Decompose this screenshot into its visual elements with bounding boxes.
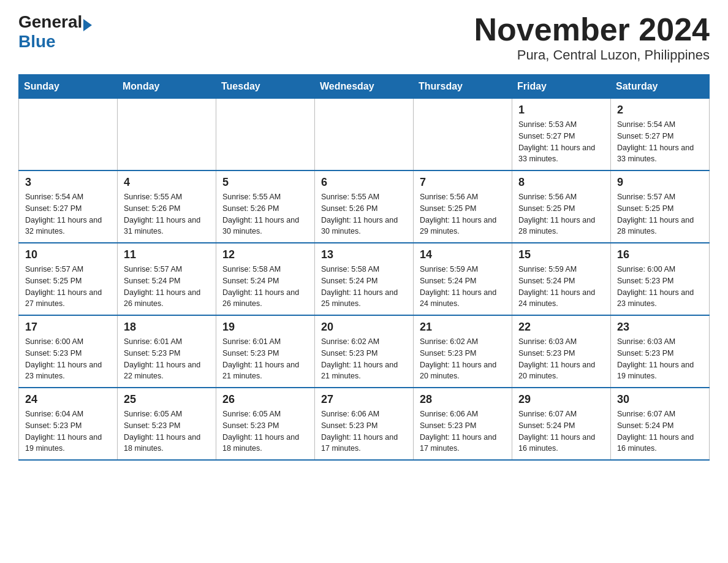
calendar-header-cell: Thursday <box>414 75 512 99</box>
day-number: 29 <box>518 393 604 406</box>
day-number: 11 <box>124 248 210 261</box>
calendar-day-cell <box>315 99 414 171</box>
day-info: Sunrise: 6:01 AMSunset: 5:23 PMDaylight:… <box>124 336 210 382</box>
day-number: 4 <box>124 176 210 189</box>
calendar-day-cell: 19Sunrise: 6:01 AMSunset: 5:23 PMDayligh… <box>216 315 315 388</box>
calendar-day-cell: 27Sunrise: 6:06 AMSunset: 5:23 PMDayligh… <box>315 388 414 460</box>
day-info: Sunrise: 6:04 AMSunset: 5:23 PMDaylight:… <box>25 408 111 454</box>
calendar-day-cell: 5Sunrise: 5:55 AMSunset: 5:26 PMDaylight… <box>216 170 315 243</box>
calendar-day-cell: 15Sunrise: 5:59 AMSunset: 5:24 PMDayligh… <box>512 243 611 315</box>
calendar-day-cell: 4Sunrise: 5:55 AMSunset: 5:26 PMDaylight… <box>118 170 216 243</box>
day-number: 5 <box>222 176 308 189</box>
calendar-day-cell: 22Sunrise: 6:03 AMSunset: 5:23 PMDayligh… <box>512 315 611 388</box>
day-number: 13 <box>321 248 407 261</box>
day-number: 20 <box>321 321 407 334</box>
day-info: Sunrise: 5:56 AMSunset: 5:25 PMDaylight:… <box>420 191 506 237</box>
calendar-week-row: 10Sunrise: 5:57 AMSunset: 5:25 PMDayligh… <box>19 243 710 315</box>
logo-blue-text: Blue <box>18 32 56 52</box>
day-number: 23 <box>617 321 703 334</box>
calendar-day-cell: 10Sunrise: 5:57 AMSunset: 5:25 PMDayligh… <box>19 243 118 315</box>
day-info: Sunrise: 6:05 AMSunset: 5:23 PMDaylight:… <box>124 408 210 454</box>
calendar-day-cell: 25Sunrise: 6:05 AMSunset: 5:23 PMDayligh… <box>118 388 216 460</box>
calendar-day-cell: 1Sunrise: 5:53 AMSunset: 5:27 PMDaylight… <box>512 99 611 171</box>
calendar-header-cell: Monday <box>118 75 216 99</box>
calendar-header-cell: Saturday <box>611 75 710 99</box>
logo: General Blue <box>18 12 92 52</box>
day-number: 3 <box>25 176 111 189</box>
day-info: Sunrise: 5:55 AMSunset: 5:26 PMDaylight:… <box>222 191 308 237</box>
day-number: 10 <box>25 248 111 261</box>
day-number: 22 <box>518 321 604 334</box>
calendar-day-cell <box>19 99 118 171</box>
calendar-table: SundayMondayTuesdayWednesdayThursdayFrid… <box>18 74 710 461</box>
day-number: 7 <box>420 176 506 189</box>
day-number: 19 <box>222 321 308 334</box>
day-info: Sunrise: 6:03 AMSunset: 5:23 PMDaylight:… <box>617 336 703 382</box>
calendar-header-cell: Sunday <box>19 75 118 99</box>
calendar-header: SundayMondayTuesdayWednesdayThursdayFrid… <box>19 75 710 99</box>
calendar-day-cell <box>414 99 512 171</box>
day-info: Sunrise: 5:57 AMSunset: 5:25 PMDaylight:… <box>617 191 703 237</box>
day-number: 2 <box>617 104 703 117</box>
calendar-day-cell: 7Sunrise: 5:56 AMSunset: 5:25 PMDaylight… <box>414 170 512 243</box>
day-info: Sunrise: 6:07 AMSunset: 5:24 PMDaylight:… <box>518 408 604 454</box>
calendar-day-cell: 14Sunrise: 5:59 AMSunset: 5:24 PMDayligh… <box>414 243 512 315</box>
calendar-header-cell: Tuesday <box>216 75 315 99</box>
calendar-day-cell <box>216 99 315 171</box>
day-number: 24 <box>25 393 111 406</box>
calendar-day-cell: 17Sunrise: 6:00 AMSunset: 5:23 PMDayligh… <box>19 315 118 388</box>
calendar-day-cell: 30Sunrise: 6:07 AMSunset: 5:24 PMDayligh… <box>611 388 710 460</box>
calendar-day-cell <box>118 99 216 171</box>
day-number: 15 <box>518 248 604 261</box>
day-info: Sunrise: 6:05 AMSunset: 5:23 PMDaylight:… <box>222 408 308 454</box>
day-number: 9 <box>617 176 703 189</box>
day-number: 1 <box>518 104 604 117</box>
calendar-header-cell: Wednesday <box>315 75 414 99</box>
calendar-day-cell: 28Sunrise: 6:06 AMSunset: 5:23 PMDayligh… <box>414 388 512 460</box>
day-info: Sunrise: 6:01 AMSunset: 5:23 PMDaylight:… <box>222 336 308 382</box>
day-info: Sunrise: 6:02 AMSunset: 5:23 PMDaylight:… <box>420 336 506 382</box>
day-number: 26 <box>222 393 308 406</box>
day-info: Sunrise: 6:00 AMSunset: 5:23 PMDaylight:… <box>617 264 703 310</box>
calendar-header-cell: Friday <box>512 75 611 99</box>
day-number: 8 <box>518 176 604 189</box>
day-number: 17 <box>25 321 111 334</box>
calendar-day-cell: 12Sunrise: 5:58 AMSunset: 5:24 PMDayligh… <box>216 243 315 315</box>
day-number: 30 <box>617 393 703 406</box>
title-section: November 2024 Pura, Central Luzon, Phili… <box>474 12 710 63</box>
day-number: 6 <box>321 176 407 189</box>
day-info: Sunrise: 5:55 AMSunset: 5:26 PMDaylight:… <box>321 191 407 237</box>
calendar-day-cell: 29Sunrise: 6:07 AMSunset: 5:24 PMDayligh… <box>512 388 611 460</box>
day-info: Sunrise: 5:58 AMSunset: 5:24 PMDaylight:… <box>222 264 308 310</box>
day-number: 14 <box>420 248 506 261</box>
day-number: 25 <box>124 393 210 406</box>
calendar-day-cell: 11Sunrise: 5:57 AMSunset: 5:24 PMDayligh… <box>118 243 216 315</box>
calendar-week-row: 17Sunrise: 6:00 AMSunset: 5:23 PMDayligh… <box>19 315 710 388</box>
day-info: Sunrise: 5:58 AMSunset: 5:24 PMDaylight:… <box>321 264 407 310</box>
calendar-week-row: 24Sunrise: 6:04 AMSunset: 5:23 PMDayligh… <box>19 388 710 460</box>
day-info: Sunrise: 6:03 AMSunset: 5:23 PMDaylight:… <box>518 336 604 382</box>
day-number: 18 <box>124 321 210 334</box>
calendar-week-row: 3Sunrise: 5:54 AMSunset: 5:27 PMDaylight… <box>19 170 710 243</box>
day-info: Sunrise: 6:02 AMSunset: 5:23 PMDaylight:… <box>321 336 407 382</box>
calendar-day-cell: 24Sunrise: 6:04 AMSunset: 5:23 PMDayligh… <box>19 388 118 460</box>
day-info: Sunrise: 5:54 AMSunset: 5:27 PMDaylight:… <box>617 119 703 165</box>
logo-triangle-icon <box>83 19 92 31</box>
calendar-day-cell: 21Sunrise: 6:02 AMSunset: 5:23 PMDayligh… <box>414 315 512 388</box>
calendar-day-cell: 2Sunrise: 5:54 AMSunset: 5:27 PMDaylight… <box>611 99 710 171</box>
calendar-header-row: SundayMondayTuesdayWednesdayThursdayFrid… <box>19 75 710 99</box>
day-info: Sunrise: 5:56 AMSunset: 5:25 PMDaylight:… <box>518 191 604 237</box>
page-header: General Blue November 2024 Pura, Central… <box>18 12 710 63</box>
day-info: Sunrise: 5:57 AMSunset: 5:25 PMDaylight:… <box>25 264 111 310</box>
calendar-day-cell: 8Sunrise: 5:56 AMSunset: 5:25 PMDaylight… <box>512 170 611 243</box>
calendar-day-cell: 16Sunrise: 6:00 AMSunset: 5:23 PMDayligh… <box>611 243 710 315</box>
day-number: 28 <box>420 393 506 406</box>
day-info: Sunrise: 6:06 AMSunset: 5:23 PMDaylight:… <box>420 408 506 454</box>
calendar-day-cell: 6Sunrise: 5:55 AMSunset: 5:26 PMDaylight… <box>315 170 414 243</box>
calendar-day-cell: 26Sunrise: 6:05 AMSunset: 5:23 PMDayligh… <box>216 388 315 460</box>
logo-general-text: General <box>18 12 82 32</box>
day-info: Sunrise: 6:00 AMSunset: 5:23 PMDaylight:… <box>25 336 111 382</box>
day-info: Sunrise: 5:53 AMSunset: 5:27 PMDaylight:… <box>518 119 604 165</box>
page-subtitle: Pura, Central Luzon, Philippines <box>474 47 710 63</box>
calendar-week-row: 1Sunrise: 5:53 AMSunset: 5:27 PMDaylight… <box>19 99 710 171</box>
